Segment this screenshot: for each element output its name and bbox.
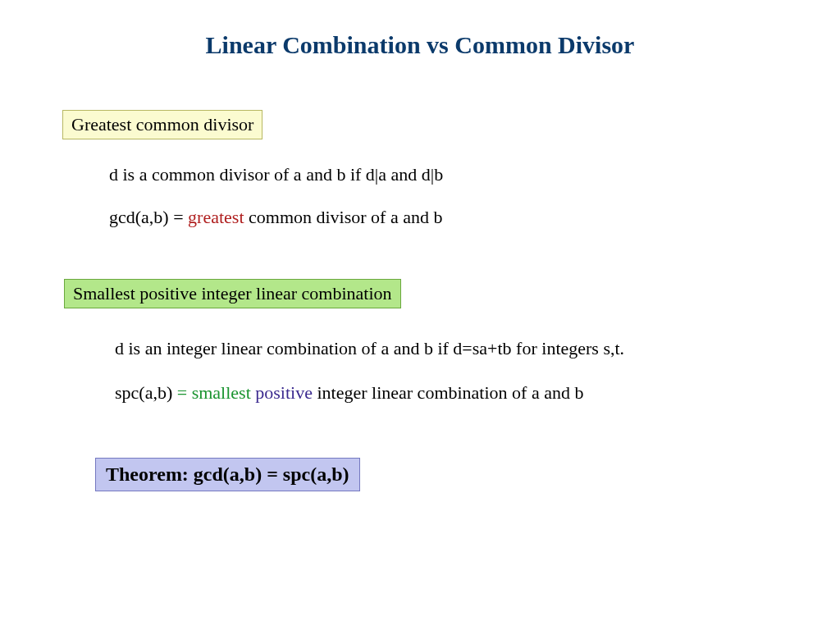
slide-title: Linear Combination vs Common Divisor <box>0 31 840 59</box>
gcd-post: common divisor of a and b <box>244 207 443 227</box>
spc-smallest-word: smallest <box>192 382 256 403</box>
spc-definition-formula: spc(a,b) = smallest positive integer lin… <box>115 382 583 404</box>
spc-positive-word: positive <box>255 382 313 403</box>
spc-pre: spc(a,b) <box>115 382 177 403</box>
gcd-label-box: Greatest common divisor <box>62 110 262 139</box>
spc-eq: = <box>177 382 192 403</box>
spc-post: integer linear combination of a and b <box>313 382 584 403</box>
gcd-greatest-word: greatest <box>188 207 244 227</box>
spc-definition-d: d is an integer linear combination of a … <box>115 338 624 359</box>
gcd-definition-d: d is a common divisor of a and b if d|a … <box>109 164 443 185</box>
gcd-definition-formula: gcd(a,b) = greatest common divisor of a … <box>109 207 442 228</box>
spc-label-box: Smallest positive integer linear combina… <box>64 279 401 308</box>
theorem-box: Theorem: gcd(a,b) = spc(a,b) <box>95 458 360 491</box>
gcd-pre: gcd(a,b) = <box>109 207 188 227</box>
